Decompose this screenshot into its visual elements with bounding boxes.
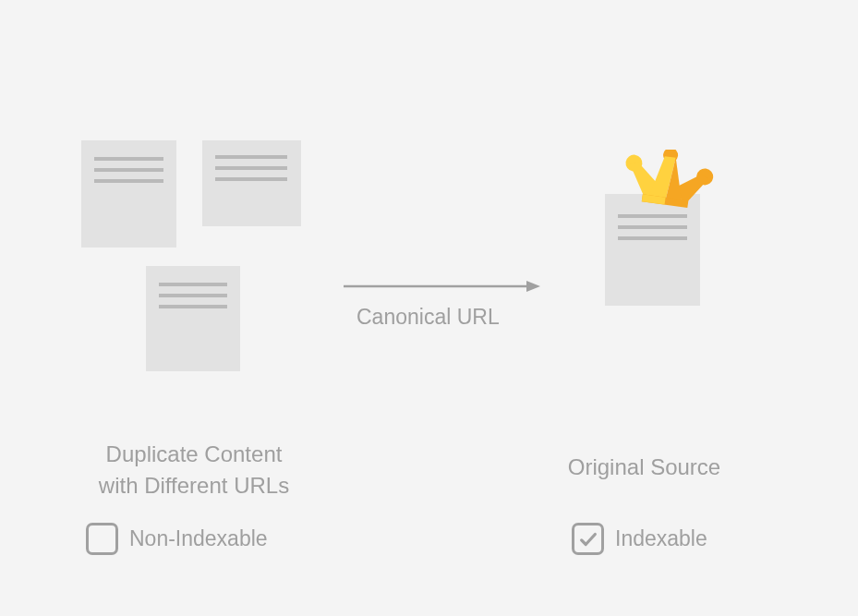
original-source-label: Original Source xyxy=(526,454,762,480)
non-indexable-label: Non-Indexable xyxy=(129,526,268,551)
crown-icon xyxy=(622,150,715,210)
text-line xyxy=(159,294,227,297)
checkbox-checked-icon xyxy=(572,523,604,555)
duplicate-page-2 xyxy=(202,140,301,226)
duplicate-line-2: with Different URLs xyxy=(99,473,289,498)
text-line xyxy=(618,214,687,218)
arrow-icon xyxy=(344,279,540,294)
duplicate-page-3 xyxy=(146,266,240,371)
checkmark-icon xyxy=(578,529,598,550)
text-line xyxy=(159,305,227,308)
text-line xyxy=(94,157,163,161)
duplicate-line-1: Duplicate Content xyxy=(106,441,283,466)
text-line xyxy=(159,283,227,286)
indexable-row: Indexable xyxy=(572,523,707,555)
svg-marker-1 xyxy=(526,281,540,292)
duplicate-content-label: Duplicate Content with Different URLs xyxy=(79,439,309,501)
canonical-url-label: Canonical URL xyxy=(356,305,500,330)
text-line xyxy=(94,168,163,172)
text-line xyxy=(618,225,687,229)
text-line xyxy=(215,155,287,159)
diagram-container: Canonical URL Du xyxy=(0,0,858,616)
non-indexable-row: Non-Indexable xyxy=(86,523,268,555)
text-line xyxy=(215,177,287,181)
checkbox-unchecked-icon xyxy=(86,523,118,555)
duplicate-page-1 xyxy=(81,140,176,248)
text-line xyxy=(215,166,287,170)
indexable-label: Indexable xyxy=(615,526,707,551)
text-line xyxy=(618,236,687,240)
text-line xyxy=(94,179,163,183)
